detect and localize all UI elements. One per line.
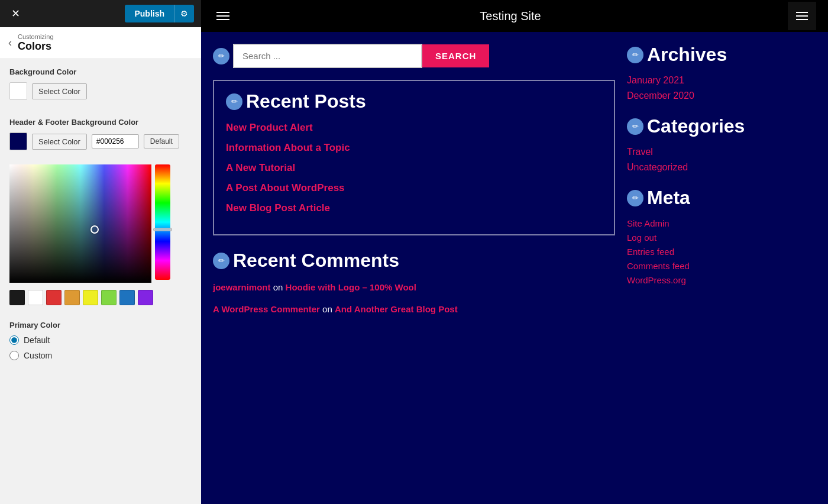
primary-color-custom[interactable]: Custom xyxy=(9,351,192,360)
primary-color-default-label: Default xyxy=(24,335,50,345)
meta-link[interactable]: Site Admin xyxy=(627,218,669,228)
color-gradient-canvas[interactable] xyxy=(9,164,151,283)
site-header: Testing Site xyxy=(201,0,828,32)
comment-author: joewarnimont xyxy=(213,282,271,292)
list-item: Site Admin xyxy=(627,218,816,229)
preset-swatches xyxy=(0,290,201,314)
bg-color-swatch xyxy=(9,82,27,100)
archive-link[interactable]: December 2020 xyxy=(627,91,694,101)
recent-posts-edit-icon: ✏ xyxy=(226,93,242,110)
recent-posts-title: Recent Posts xyxy=(246,91,366,112)
recent-posts-title-row: ✏ Recent Posts xyxy=(226,91,602,112)
comment-post-link[interactable]: And Another Great Blog Post xyxy=(335,304,458,314)
list-item: A Post About WordPress xyxy=(226,182,602,194)
search-button[interactable]: SEARCH xyxy=(422,44,489,67)
list-item: Entries feed xyxy=(627,247,816,257)
post-link[interactable]: A Post About WordPress xyxy=(226,182,345,193)
breadcrumb-parent: Customizing xyxy=(18,33,54,40)
comment-entry: A WordPress Commenter on And Another Gre… xyxy=(213,303,615,316)
breadcrumb-title: Colors xyxy=(18,40,54,53)
breadcrumb-bar: ‹ Customizing Colors xyxy=(0,27,201,59)
meta-widget: ✏ Meta Site Admin Log out Entries feed C… xyxy=(627,187,816,286)
archives-edit-icon: ✏ xyxy=(627,47,643,63)
hf-color-swatch xyxy=(9,133,27,150)
site-preview: Testing Site ✏ SEARCH ✏ Recent Posts xyxy=(201,0,828,504)
list-item: A New Tutorial xyxy=(226,162,602,174)
meta-list: Site Admin Log out Entries feed Comments… xyxy=(627,218,816,286)
comment-on: on xyxy=(273,282,286,292)
categories-title-row: ✏ Categories xyxy=(627,115,816,137)
categories-widget: ✏ Categories Travel Uncategorized xyxy=(627,115,816,173)
hue-slider[interactable] xyxy=(155,164,170,283)
recent-comments-widget: ✏ Recent Comments joewarnimont on Hoodie… xyxy=(213,250,615,316)
hf-default-button[interactable]: Default xyxy=(144,134,179,148)
meta-link[interactable]: WordPress.org xyxy=(627,275,686,285)
swatch-purple[interactable] xyxy=(138,290,153,305)
swatch-blue[interactable] xyxy=(119,290,135,305)
left-column: ✏ SEARCH ✏ Recent Posts New Product Aler… xyxy=(213,44,627,330)
list-item: WordPress.org xyxy=(627,275,816,286)
category-link[interactable]: Uncategorized xyxy=(627,162,688,172)
category-link[interactable]: Travel xyxy=(627,147,653,157)
list-item: Travel xyxy=(627,147,816,157)
primary-color-options: Default Custom xyxy=(9,335,192,360)
picker-cursor xyxy=(90,225,99,234)
swatch-white[interactable] xyxy=(28,290,43,305)
meta-link[interactable]: Log out xyxy=(627,232,656,243)
archives-title: Archives xyxy=(647,44,727,66)
archives-title-row: ✏ Archives xyxy=(627,44,816,66)
swatch-black[interactable] xyxy=(9,290,25,305)
color-picker[interactable] xyxy=(9,164,192,283)
hamburger-line-2 xyxy=(216,15,229,17)
archives-widget: ✏ Archives January 2021 December 2020 xyxy=(627,44,816,101)
primary-color-default[interactable]: Default xyxy=(9,335,192,345)
main-content: ✏ SEARCH ✏ Recent Posts New Product Aler… xyxy=(201,32,828,342)
search-input[interactable] xyxy=(233,44,422,68)
recent-comments-edit-icon: ✏ xyxy=(213,253,229,269)
comment-author: A WordPress Commenter xyxy=(213,304,320,314)
primary-color-default-radio[interactable] xyxy=(9,335,19,345)
meta-link[interactable]: Entries feed xyxy=(627,247,674,257)
customizer-topbar: ✕ Publish ⚙ xyxy=(0,0,201,27)
list-item: Information About a Topic xyxy=(226,142,602,154)
hue-thumb xyxy=(153,228,172,231)
comment-entry: joewarnimont on Hoodie with Logo – 100% … xyxy=(213,281,615,295)
recent-comments-title: Recent Comments xyxy=(233,250,399,272)
bg-select-color-button[interactable]: Select Color xyxy=(32,83,87,99)
hue-bar[interactable] xyxy=(155,164,170,280)
hamburger-menu-button[interactable] xyxy=(213,8,233,24)
primary-color-custom-label: Custom xyxy=(24,351,52,360)
list-item: Comments feed xyxy=(627,261,816,272)
swatch-orange[interactable] xyxy=(64,290,80,305)
swatch-yellow[interactable] xyxy=(83,290,98,305)
post-link[interactable]: Information About a Topic xyxy=(226,142,350,153)
meta-link[interactable]: Comments feed xyxy=(627,261,690,271)
back-button[interactable]: ‹ xyxy=(8,37,12,49)
hf-select-color-button[interactable]: Select Color xyxy=(32,134,87,150)
hamburger-line-1 xyxy=(216,12,229,13)
swatch-red[interactable] xyxy=(46,290,62,305)
gear-button[interactable]: ⚙ xyxy=(174,5,194,22)
search-widget: ✏ SEARCH xyxy=(213,44,615,68)
comment-post-link[interactable]: Hoodie with Logo – 100% Wool xyxy=(286,282,416,292)
publish-group: Publish ⚙ xyxy=(125,5,194,22)
hamburger-line-3 xyxy=(216,19,229,20)
breadcrumb: Customizing Colors xyxy=(18,33,54,53)
swatch-green[interactable] xyxy=(101,290,117,305)
archive-list: January 2021 December 2020 xyxy=(627,75,816,101)
primary-color-custom-radio[interactable] xyxy=(9,351,19,360)
list-item: Uncategorized xyxy=(627,162,816,173)
archive-link[interactable]: January 2021 xyxy=(627,75,684,85)
post-link[interactable]: New Blog Post Article xyxy=(226,202,330,214)
post-link[interactable]: A New Tutorial xyxy=(226,162,295,173)
meta-edit-icon: ✏ xyxy=(627,190,643,206)
post-link[interactable]: New Product Alert xyxy=(226,122,313,133)
background-color-section: Background Color Select Color xyxy=(0,59,201,109)
hex-input[interactable] xyxy=(92,134,139,148)
publish-button[interactable]: Publish xyxy=(125,5,174,22)
meta-title-row: ✏ Meta xyxy=(627,187,816,209)
categories-title: Categories xyxy=(647,115,745,137)
right-menu-icon xyxy=(796,12,808,20)
right-menu-button[interactable] xyxy=(788,2,816,30)
close-button[interactable]: ✕ xyxy=(7,5,24,22)
